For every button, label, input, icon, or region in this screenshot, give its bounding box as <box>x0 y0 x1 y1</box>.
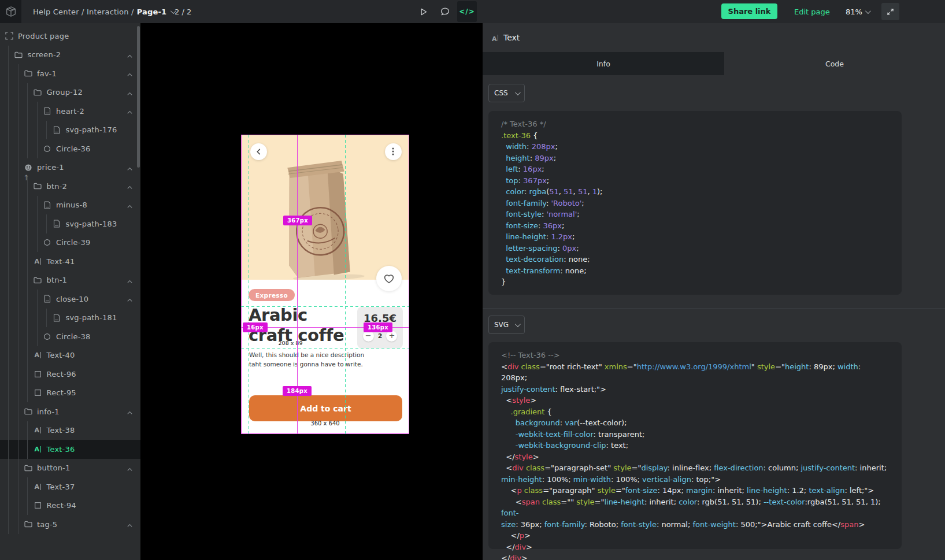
tree-guide <box>8 196 9 215</box>
code-line: <style> <box>501 395 889 406</box>
layer-row-circle-39[interactable]: Circle-39 <box>0 233 140 253</box>
more-options-button[interactable] <box>385 143 402 160</box>
share-link-button[interactable]: Share link <box>721 3 777 19</box>
layer-row-rect-94[interactable]: Rect-94 <box>0 496 140 516</box>
edit-page-link[interactable]: Edit page <box>794 0 830 23</box>
fullscreen-button[interactable] <box>881 3 899 20</box>
tree-guide <box>27 327 28 346</box>
artboard[interactable]: Expresso Arabic craft coffe 208 x 89 16.… <box>241 135 409 434</box>
product-hero-image[interactable] <box>242 135 409 280</box>
circle-icon <box>43 332 51 341</box>
tab-info[interactable]: Info <box>483 52 724 75</box>
code-line: left: 16px; <box>501 164 889 175</box>
layer-row-btn-1[interactable]: btn-1 <box>0 271 140 290</box>
layer-row-fav-1[interactable]: fav-1 <box>0 64 140 83</box>
layer-row-tag-5[interactable]: tag-5 <box>0 515 140 534</box>
code-view-button[interactable]: </> <box>457 1 477 22</box>
favorite-button[interactable] <box>376 266 402 291</box>
tree-guide <box>37 309 38 328</box>
layer-label: Circle-39 <box>56 238 91 247</box>
layer-row-text-37[interactable]: AText-37 <box>0 477 140 496</box>
code-line: } <box>501 276 889 288</box>
chevron-up-icon[interactable] <box>126 277 134 284</box>
tree-guide <box>18 365 18 384</box>
layer-row-minus-8[interactable]: minus-8 <box>0 196 140 215</box>
measure-label-right: 136px <box>364 322 392 332</box>
svg-file-icon <box>43 295 51 303</box>
design-canvas[interactable]: Expresso Arabic craft coffe 208 x 89 16.… <box>140 23 483 560</box>
layer-label: Group-12 <box>47 88 83 97</box>
layer-row-svg-path-181[interactable]: svg-path-181 <box>0 309 140 328</box>
layer-row-group-12[interactable]: Group-12 <box>0 83 140 102</box>
layer-label: svg-path-181 <box>66 313 117 322</box>
back-button[interactable] <box>250 143 267 160</box>
section-divider <box>483 308 945 309</box>
circle-icon <box>43 238 51 247</box>
chevron-up-icon[interactable] <box>126 202 134 209</box>
code-line: width: 208px; <box>501 141 889 153</box>
product-tag[interactable]: Expresso <box>249 289 295 301</box>
tree-guide <box>18 459 18 478</box>
chevron-up-icon[interactable] <box>126 70 134 77</box>
tree-guide <box>18 515 18 534</box>
chevron-up-icon[interactable] <box>126 51 134 59</box>
layer-label: fav-1 <box>37 69 57 78</box>
app-logo[interactable] <box>0 0 21 23</box>
tree-guide <box>18 158 18 177</box>
layer-row-circle-38[interactable]: Circle-38 <box>0 327 140 346</box>
layer-row-rect-96[interactable]: Rect-96 <box>0 365 140 384</box>
layer-label: btn-2 <box>47 182 68 191</box>
add-to-cart-button[interactable]: Add to cart <box>249 395 402 421</box>
chevron-up-icon[interactable] <box>126 521 134 528</box>
layer-row-product page[interactable]: Product page <box>0 27 140 46</box>
zoom-level: 81% <box>846 8 862 16</box>
code-line: color: rgba(51, 51, 51, 1); <box>501 186 889 198</box>
layer-row-price-1[interactable]: price-1 <box>0 158 140 177</box>
svg-language-dropdown[interactable]: SVG <box>488 316 525 334</box>
css-language-dropdown[interactable]: CSS <box>488 84 525 102</box>
tree-guide <box>18 139 18 158</box>
layer-row-button-1[interactable]: button-1 <box>0 459 140 478</box>
tree-guide <box>18 83 18 102</box>
chevron-up-icon[interactable] <box>126 465 134 472</box>
layer-row-text-36[interactable]: AText-36 <box>0 440 140 459</box>
layer-row-info-1[interactable]: info-1 <box>0 402 140 421</box>
tree-guide <box>18 271 18 290</box>
breadcrumb-page[interactable]: Page-1 <box>137 8 167 16</box>
sidebar-scrollbar[interactable] <box>137 26 140 168</box>
zoom-control[interactable]: 81% <box>846 0 869 23</box>
comment-button[interactable] <box>435 0 455 23</box>
chevron-up-icon[interactable] <box>126 183 134 190</box>
tab-code[interactable]: Code <box>724 52 945 75</box>
folder-icon <box>34 88 42 97</box>
folder-icon <box>24 463 32 472</box>
chevron-up-icon[interactable] <box>126 408 134 416</box>
layer-row-circle-36[interactable]: Circle-36 <box>0 139 140 158</box>
layer-label: Circle-36 <box>56 144 91 153</box>
code-line: <p class="paragraph" style="font-size: 1… <box>501 485 889 496</box>
layer-row-heart-2[interactable]: heart-2 <box>0 102 140 121</box>
tree-guide <box>8 214 9 233</box>
chevron-up-icon[interactable] <box>126 295 134 303</box>
layer-row-screen-2[interactable]: screen-2 <box>0 46 140 65</box>
layer-label: Circle-38 <box>56 332 91 341</box>
layer-row-text-40[interactable]: AText-40 <box>0 346 140 365</box>
layer-label: Text-38 <box>47 426 75 435</box>
layer-row-text-41[interactable]: AText-41 <box>0 252 140 271</box>
chevron-up-icon[interactable] <box>126 89 134 97</box>
circle-icon <box>43 144 51 153</box>
layer-row-btn-2[interactable]: btn-2 <box>0 177 140 196</box>
layer-row-close-10[interactable]: close-10 <box>0 290 140 309</box>
tree-guide <box>18 196 18 215</box>
chevron-up-icon[interactable] <box>126 164 134 172</box>
layer-row-text-38[interactable]: AText-38 <box>0 421 140 440</box>
layer-row-svg-path-183[interactable]: svg-path-183 <box>0 214 140 233</box>
breadcrumb[interactable]: Help Center / Interaction / Page-1 <box>33 0 175 23</box>
chevron-up-icon[interactable] <box>126 107 134 115</box>
tree-guide <box>18 477 18 496</box>
layer-row-rect-95[interactable]: Rect-95 <box>0 384 140 403</box>
layer-row-svg-path-176[interactable]: svg-path-176 <box>0 121 140 140</box>
layer-label: Text-37 <box>47 483 75 491</box>
tree-guide <box>27 121 28 140</box>
play-button[interactable] <box>413 0 433 23</box>
